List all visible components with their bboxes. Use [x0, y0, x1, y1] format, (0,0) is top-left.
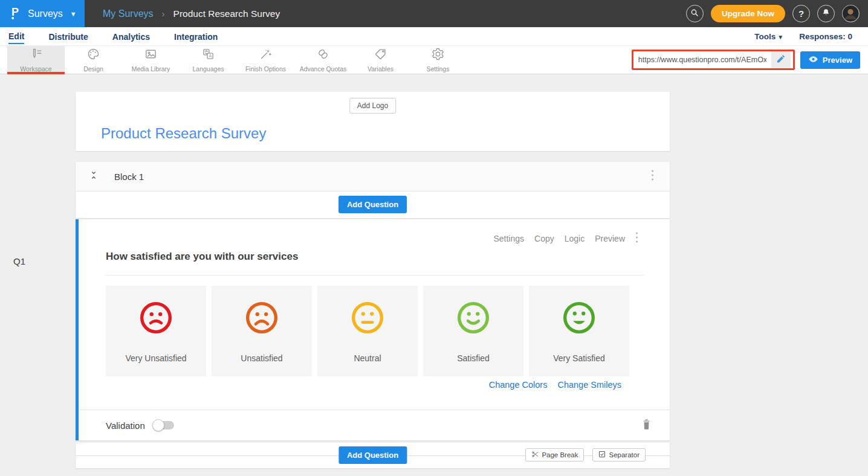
- svg-text:A: A: [209, 54, 212, 58]
- upgrade-now-button[interactable]: Upgrade Now: [711, 5, 785, 22]
- question-text[interactable]: How satisfied are you with our services: [106, 251, 644, 275]
- add-question-button-bottom[interactable]: Add Question: [338, 446, 407, 464]
- question-copy-link[interactable]: Copy: [534, 234, 554, 243]
- svg-text:P: P: [11, 6, 19, 18]
- survey-url-box: [632, 50, 795, 70]
- smiley-option-satisfied[interactable]: Satisfied: [423, 286, 523, 376]
- responses-count: Responses: 0: [799, 32, 852, 41]
- editor-toolbar: Workspace Design Media Library A Languag…: [0, 46, 868, 74]
- top-bar: P Surveys ▼ My Surveys › Product Researc…: [0, 0, 868, 27]
- search-button[interactable]: [686, 5, 704, 22]
- toolbar-right: Preview: [632, 46, 868, 74]
- smiley-satisfied-icon: [456, 286, 490, 337]
- question-menu: Settings Copy Logic Preview: [493, 231, 638, 246]
- toolbar-item-advance-quotas[interactable]: Advance Quotas: [294, 46, 352, 74]
- smiley-very-satisfied-icon: [562, 286, 596, 337]
- question-footer: Validation: [79, 410, 670, 440]
- edit-url-button[interactable]: [771, 51, 791, 68]
- toolbar-item-finish-options[interactable]: Finish Options: [237, 46, 294, 74]
- toolbar-item-languages[interactable]: A Languages: [180, 46, 237, 74]
- variables-icon: [374, 47, 387, 63]
- page-break-button[interactable]: Page Break: [525, 448, 584, 462]
- tools-dropdown[interactable]: Tools▼: [754, 32, 783, 41]
- question-settings-link[interactable]: Settings: [493, 234, 524, 243]
- block-add-question-row: Add Question: [76, 191, 670, 217]
- breadcrumb-chevron-icon: ›: [162, 8, 165, 19]
- tab-distribute[interactable]: Distribute: [48, 30, 88, 43]
- block-header: Block 1: [76, 162, 670, 191]
- smiley-scale: Very Unsatisfied Unsatisfied Neutral: [106, 286, 629, 376]
- tab-edit[interactable]: Edit: [8, 29, 24, 44]
- add-question-button[interactable]: Add Question: [338, 196, 407, 213]
- kebab-menu-icon[interactable]: [635, 231, 638, 246]
- survey-header-card: Add Logo Product Research Survey: [76, 92, 670, 151]
- validation-toggle[interactable]: [154, 421, 174, 429]
- breadcrumb-my-surveys[interactable]: My Surveys: [103, 8, 154, 19]
- nav-tabs-right: Tools▼ Responses: 0: [754, 32, 860, 41]
- block-title[interactable]: Block 1: [114, 172, 144, 182]
- help-button[interactable]: ?: [792, 5, 810, 22]
- toolbar-item-design[interactable]: Design: [65, 46, 122, 74]
- eye-icon: [808, 56, 818, 65]
- bell-icon: [821, 8, 831, 19]
- add-logo-button[interactable]: Add Logo: [349, 98, 396, 114]
- validation-label: Validation: [106, 420, 145, 431]
- toggle-knob: [152, 419, 164, 431]
- questionpro-logo-icon: P: [10, 5, 22, 23]
- trash-icon[interactable]: [641, 419, 652, 433]
- tab-analytics[interactable]: Analytics: [112, 30, 150, 43]
- smiley-very-unsatisfied-icon: [139, 286, 173, 337]
- change-smileys-link[interactable]: Change Smileys: [557, 380, 621, 390]
- separator-button[interactable]: Separator: [592, 448, 646, 462]
- editor-workspace: Q1 Add Logo Product Research Survey Bloc…: [0, 74, 868, 476]
- search-icon: [690, 8, 699, 20]
- block-card: Block 1 Add Question: [76, 162, 670, 218]
- top-bar-actions: Upgrade Now ?: [686, 5, 868, 22]
- caret-down-icon: ▼: [70, 10, 77, 18]
- tab-integration[interactable]: Integration: [174, 30, 218, 43]
- toolbar-item-variables[interactable]: Variables: [352, 46, 409, 74]
- question-card: Settings Copy Logic Preview How satisfie…: [76, 219, 670, 440]
- pencil-icon: [776, 54, 785, 66]
- toolbar-item-media-library[interactable]: Media Library: [122, 46, 180, 74]
- product-switcher[interactable]: P Surveys ▼: [0, 0, 85, 27]
- smiley-option-neutral[interactable]: Neutral: [317, 286, 418, 376]
- scissors-icon: [531, 451, 539, 459]
- footer-insert-buttons: Page Break Separator: [525, 448, 646, 462]
- smiley-neutral-icon: [351, 286, 384, 337]
- question-preview-link[interactable]: Preview: [595, 234, 625, 243]
- avatar[interactable]: [842, 5, 860, 22]
- question-number-label: Q1: [13, 256, 25, 266]
- media-library-icon: [144, 47, 158, 63]
- finish-options-icon: [259, 47, 273, 63]
- toolbar-item-settings[interactable]: Settings: [409, 46, 467, 74]
- survey-title[interactable]: Product Research Survey: [101, 125, 266, 142]
- smiley-option-very-satisfied[interactable]: Very Satisfied: [529, 286, 629, 376]
- survey-nav-tabs: Edit Distribute Analytics Integration To…: [0, 27, 868, 46]
- product-menu-label: Surveys: [28, 8, 63, 19]
- questionpro-survey-editor: P Surveys ▼ My Surveys › Product Researc…: [0, 0, 868, 476]
- smiley-option-unsatisfied[interactable]: Unsatisfied: [212, 286, 312, 376]
- smiley-unsatisfied-icon: [245, 286, 279, 337]
- collapse-icon[interactable]: [89, 170, 99, 183]
- breadcrumb-current-survey: Product Research Survey: [173, 8, 280, 19]
- caret-down-icon: ▼: [777, 34, 783, 40]
- breadcrumb: My Surveys › Product Research Survey: [103, 8, 280, 19]
- change-colors-link[interactable]: Change Colors: [489, 380, 548, 390]
- advance-quotas-icon: [316, 47, 330, 63]
- kebab-menu-icon[interactable]: [651, 169, 654, 184]
- question-logic-link[interactable]: Logic: [565, 234, 585, 243]
- block-footer-card: Add Question Page Break Separator: [76, 443, 670, 468]
- survey-url-input[interactable]: [633, 56, 771, 64]
- workspace-icon: [29, 47, 43, 63]
- settings-icon: [431, 47, 445, 63]
- design-icon: [86, 47, 100, 63]
- smiley-option-very-unsatisfied[interactable]: Very Unsatisfied: [106, 286, 206, 376]
- notifications-button[interactable]: [817, 5, 835, 22]
- checkbox-check-icon: [598, 451, 606, 459]
- smiley-customize-links: Change Colors Change Smileys: [489, 380, 621, 390]
- languages-icon: A: [201, 47, 215, 63]
- preview-button[interactable]: Preview: [800, 51, 860, 69]
- question-mark-icon: ?: [798, 8, 804, 19]
- toolbar-item-workspace[interactable]: Workspace: [7, 46, 65, 74]
